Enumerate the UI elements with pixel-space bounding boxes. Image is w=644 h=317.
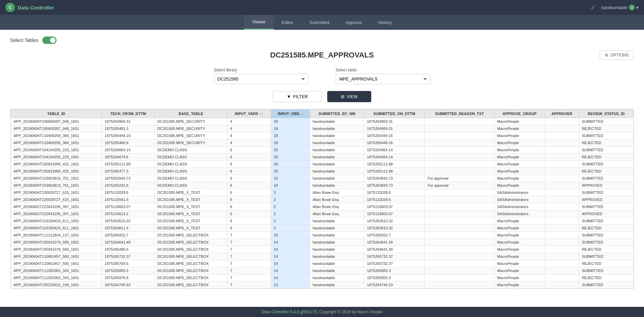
table-cell	[425, 139, 494, 146]
table-cell: MacroPeople	[494, 281, 545, 289]
nav-item-submitted[interactable]: Submitted	[302, 15, 338, 30]
library-select[interactable]: DC251585	[214, 74, 309, 84]
user-menu[interactable]: handsontable 3 ▾	[601, 4, 639, 10]
table-cell: MacroPeople	[494, 253, 545, 260]
table-cell	[545, 139, 579, 146]
table-cell	[425, 154, 494, 161]
table-cell: 14	[271, 239, 310, 246]
table-cell	[425, 161, 494, 168]
table-cell: 1875265477.3	[102, 168, 155, 175]
table-cell	[545, 239, 579, 246]
table-cell: DC251585.MPE_SECURITY	[154, 132, 227, 139]
table-cell: 2	[271, 196, 310, 203]
table-cell: MacroPeople	[494, 260, 545, 267]
table-row: APP_20190602T222643195_397_1651187513360…	[11, 203, 634, 210]
options-button[interactable]: ⚙ OPTIONS	[600, 50, 634, 60]
table-cell: SASAdministrators	[494, 196, 545, 203]
table-cell: MacroPeople	[494, 175, 545, 182]
table-cell: 7	[227, 274, 271, 281]
table-cell	[425, 189, 494, 196]
table-cell	[545, 125, 579, 132]
table-cell: APP_20190604T110409258_384_1651	[11, 139, 102, 146]
table-cell: SUBMITTED	[579, 232, 634, 239]
table-cell: 1875132028.6	[364, 189, 425, 196]
table-cell: 1875264641.49	[102, 239, 155, 246]
table-cell: handsontable	[310, 218, 364, 225]
table-cell: 1875265855.3	[364, 274, 425, 281]
nav-item-viewer[interactable]: Viewer	[244, 15, 274, 30]
table-row: APP_20190604T103903819_751_1651187526394…	[11, 175, 634, 182]
action-buttons: ▼ FILTER ⊞ VIEW	[10, 91, 634, 102]
topbar: C Data Controller ✓ handsontable 3 ▾	[0, 0, 644, 15]
table-cell: 1875265481.3	[102, 125, 155, 132]
nav-item-approve[interactable]: Approve	[337, 15, 370, 30]
col-submitted-on[interactable]: SUBMITTED_ON_DTTM	[364, 110, 425, 118]
table-cell	[425, 168, 494, 175]
table-cell: APP_20190604T105041579_589_1651	[11, 246, 102, 253]
filter-label: FILTER	[293, 94, 308, 99]
table-cell: 6	[227, 196, 271, 203]
table-cell: Allan Bowe Esq.	[310, 189, 364, 196]
view-button[interactable]: ⊞ VIEW	[327, 91, 371, 102]
table-cell: MacroPeople	[494, 274, 545, 281]
col-base-table[interactable]: BASE_TABLE	[154, 110, 227, 118]
table-cell	[425, 203, 494, 210]
nav-item-editor[interactable]: Editor	[274, 15, 302, 30]
table-cell: APP_20190604T105831990_432_1651	[11, 168, 102, 175]
table-cell: APP_20190604T111212834_137_1651	[11, 232, 102, 239]
table-cell: MacroPeople	[494, 118, 545, 125]
select-tables-row: Select Tables	[10, 37, 634, 44]
table-cell	[425, 232, 494, 239]
table-cell	[545, 118, 579, 125]
filter-button[interactable]: ▼ FILTER	[273, 91, 322, 102]
table-cell: 14	[271, 274, 310, 281]
table-row: APP_20190604T104104250_229_1651187526406…	[11, 146, 634, 154]
table-cell: MacroPeople	[494, 246, 545, 253]
table-cell: 1875133603.07	[102, 203, 155, 210]
select-tables-toggle[interactable]	[42, 37, 57, 44]
nav-item-history[interactable]: History	[370, 15, 400, 30]
table-cell	[425, 210, 494, 218]
table-cell: 19	[271, 118, 310, 125]
table-cell	[545, 189, 579, 196]
table-select[interactable]: MPE_APPROVALS	[336, 74, 430, 84]
table-cell: 4	[227, 132, 271, 139]
username: handsontable	[601, 5, 627, 10]
col-input-obs[interactable]: INPUT_OBS ↓	[271, 110, 310, 118]
filter-icon: ▼	[287, 94, 291, 99]
table-cell: 1875132061.5	[102, 196, 155, 203]
table-row: APP_20190604T105041579_589_1651187526464…	[11, 239, 634, 246]
col-approver[interactable]: APPROVER	[545, 110, 579, 118]
table-cell: handsontable	[310, 146, 364, 154]
page-title: DC251585.MPE_APPROVALS	[270, 51, 374, 60]
table-cell: 1875264969.31	[364, 125, 425, 132]
table-row: APP_20190604T220028727_615_1651187513202…	[11, 189, 634, 196]
table-cell	[545, 196, 579, 203]
table-cell: APP_20190604T111055383_343_1651	[11, 267, 102, 274]
table-cell: APP_20190604T105609397_948_1651	[11, 118, 102, 125]
table-cell	[545, 267, 579, 274]
table-cell: SUBMITTED	[579, 132, 634, 139]
col-submitted-reason[interactable]: SUBMITTED_REASON_TXT	[425, 110, 494, 118]
table-cell: APP_20190604T103903819_751_1651	[11, 182, 102, 189]
table-cell: DC251585.MPE_SECURITY	[154, 118, 227, 125]
table-cell: 14	[271, 253, 310, 260]
col-submitted-by[interactable]: SUBMITTED_BY_NM	[310, 110, 364, 118]
table-cell: 6	[227, 210, 271, 218]
table-cell: MacroPeople	[494, 232, 545, 239]
col-table-id[interactable]: TABLE_ID	[11, 110, 102, 118]
col-input-vars[interactable]: INPUT_VARS ↑↓	[227, 110, 271, 118]
table-cell	[545, 168, 579, 175]
table-cell: DCDEMO.CLASS	[154, 182, 227, 189]
table-cell: DC251585.MPE_X_TEST	[154, 218, 227, 225]
table-cell: DC251585.MPE_X_TEST	[154, 210, 227, 218]
table-cell: handsontable	[310, 253, 364, 260]
table-cell: 6	[227, 146, 271, 154]
view-label: VIEW	[347, 94, 358, 99]
table-cell: 1875265855.3	[102, 267, 155, 274]
table-cell: 1875265486.5	[102, 246, 155, 253]
table-cell: 1875264745.53	[364, 281, 425, 289]
col-tech-from-dttm[interactable]: TECH_FROM_DTTM	[102, 110, 155, 118]
col-approve-group[interactable]: APPROVE_GROUP	[494, 110, 545, 118]
col-review-status[interactable]: REVIEW_STATUS_ID	[579, 110, 634, 118]
